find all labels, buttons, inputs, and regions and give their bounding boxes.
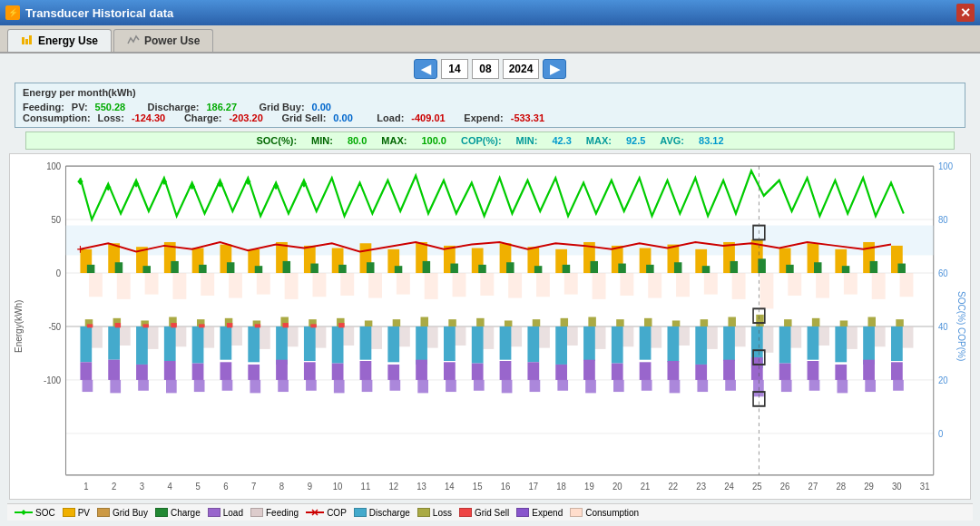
svg-rect-195 [591, 261, 599, 273]
svg-rect-41 [480, 273, 494, 296]
svg-rect-137 [640, 326, 652, 360]
svg-text:9: 9 [308, 480, 312, 492]
svg-rect-168 [668, 361, 680, 380]
svg-rect-128 [387, 326, 399, 362]
year-field[interactable]: 2024 [503, 59, 539, 79]
svg-rect-147 [80, 362, 92, 380]
svg-text:18: 18 [556, 480, 566, 492]
svg-rect-120 [164, 326, 176, 361]
svg-rect-52 [788, 273, 801, 296]
svg-text:2: 2 [112, 480, 116, 492]
svg-rect-192 [506, 262, 514, 273]
discharge-value: 186.27 [206, 102, 251, 112]
svg-rect-46 [620, 273, 633, 296]
svg-rect-227 [644, 318, 652, 326]
expend-label: Expend: [464, 112, 503, 123]
tab-power-label: Power Use [144, 34, 200, 47]
cop-min-label: MIN: [516, 135, 538, 146]
y-axis-left-label: Energy(kWh) [10, 154, 27, 499]
svg-rect-122 [220, 326, 232, 360]
svg-rect-276 [893, 380, 904, 391]
legend-charge: Charge [155, 508, 201, 518]
svg-rect-262 [502, 380, 513, 393]
svg-rect-152 [220, 362, 232, 380]
svg-rect-250 [166, 380, 177, 393]
svg-rect-241 [199, 324, 204, 327]
svg-rect-34 [285, 273, 299, 299]
feeding-label: Feeding: [23, 102, 64, 112]
svg-rect-265 [585, 380, 596, 393]
tab-energy-use[interactable]: Energy Use [7, 29, 112, 52]
svg-rect-37 [368, 273, 382, 298]
svg-rect-176 [891, 362, 903, 380]
svg-rect-256 [334, 380, 345, 393]
cop-min-value: 42.3 [552, 135, 571, 146]
svg-rect-254 [278, 380, 289, 392]
svg-rect-246 [338, 323, 344, 327]
svg-rect-158 [387, 365, 399, 380]
svg-rect-140 [723, 326, 735, 361]
legend-expend-label: Expend [532, 508, 563, 518]
svg-rect-131 [472, 326, 484, 364]
chart-inner: 100 50 0 -50 -100 100 80 60 40 20 0 [27, 154, 953, 499]
power-use-icon [127, 34, 140, 47]
soc-min-label: MIN: [311, 135, 333, 146]
main-window: Energy Use Power Use ◀ 14 08 2024 ▶ Ener… [0, 25, 980, 526]
svg-rect-172 [779, 364, 791, 380]
tab-bar: Energy Use Power Use [0, 25, 980, 52]
svg-rect-199 [702, 266, 710, 273]
svg-rect-186 [338, 265, 347, 273]
svg-text:14: 14 [445, 480, 455, 492]
svg-rect-220 [448, 319, 456, 326]
charge-label: Charge: [184, 112, 222, 123]
svg-rect-177 [87, 265, 95, 273]
svg-rect-162 [500, 361, 512, 380]
tab-power-use[interactable]: Power Use [113, 29, 213, 52]
legend-consumption-label: Consumption [585, 508, 639, 518]
svg-rect-221 [476, 318, 485, 326]
day-field[interactable]: 14 [441, 59, 468, 79]
legend-expend: Expend [516, 508, 563, 518]
legend-soc-icon [15, 507, 33, 518]
svg-rect-35 [313, 273, 327, 297]
svg-rect-266 [613, 380, 624, 392]
svg-rect-274 [838, 380, 848, 393]
svg-rect-130 [444, 326, 456, 361]
nav-row: ◀ 14 08 2024 ▶ [7, 59, 973, 79]
svg-rect-238 [115, 323, 121, 327]
svg-text:11: 11 [361, 480, 371, 492]
app-icon: ⚡ [5, 5, 20, 20]
next-button[interactable]: ▶ [543, 59, 566, 79]
svg-text:31: 31 [920, 480, 930, 492]
legend-charge-swatch [155, 508, 168, 517]
legend-feeding: Feeding [250, 508, 299, 518]
svg-rect-218 [393, 319, 401, 326]
svg-rect-45 [593, 273, 606, 299]
svg-rect-48 [676, 273, 690, 297]
consumption-label: Consumption: [23, 112, 91, 123]
cop-label: COP(%): [461, 135, 502, 146]
month-field[interactable]: 08 [472, 59, 499, 79]
svg-rect-255 [306, 380, 317, 391]
chart-svg: 100 50 0 -50 -100 100 80 60 40 20 0 [27, 154, 953, 499]
close-button[interactable]: ✕ [956, 4, 975, 22]
svg-text:4: 4 [168, 480, 172, 492]
prev-button[interactable]: ◀ [414, 59, 437, 79]
svg-rect-51 [760, 273, 774, 308]
legend-soc-label: SOC [35, 508, 55, 518]
svg-rect-194 [563, 265, 571, 273]
stats-row-2: Consumption: Loss: -124.30 Charge: -203.… [23, 112, 957, 123]
load-label: Load: [377, 112, 404, 123]
pv-value: 550.28 [95, 102, 141, 112]
svg-text:23: 23 [696, 480, 706, 492]
legend-cop-icon [306, 507, 324, 518]
svg-rect-139 [695, 326, 707, 365]
svg-rect-234 [840, 320, 848, 326]
svg-rect-191 [478, 265, 486, 273]
stats-box: Energy per month(kWh) Feeding: PV: 550.2… [15, 83, 965, 128]
svg-rect-264 [557, 380, 568, 391]
svg-rect-263 [530, 380, 541, 392]
svg-text:5: 5 [195, 480, 200, 492]
svg-rect-118 [108, 326, 120, 360]
legend-grid-sell: Grid Sell [459, 508, 509, 518]
